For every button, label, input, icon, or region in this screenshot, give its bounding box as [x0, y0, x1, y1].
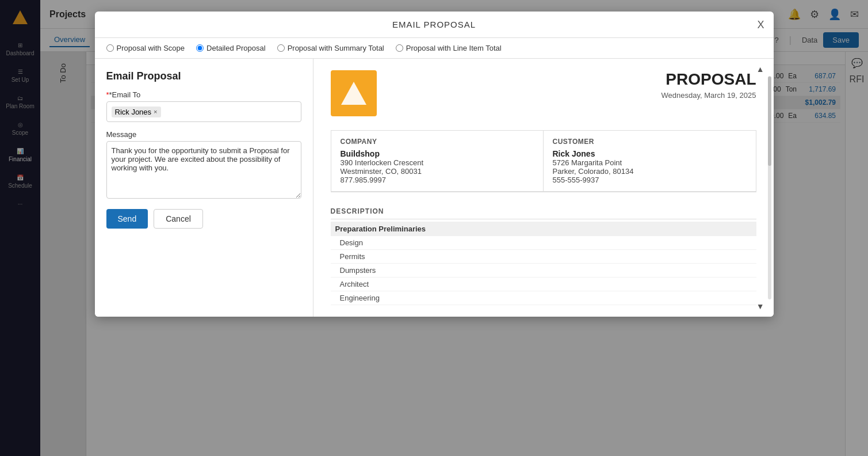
send-button[interactable]: Send [106, 209, 148, 229]
email-input[interactable]: Rick Jones × [106, 101, 301, 122]
company-label: COMPANY [341, 138, 534, 146]
form-title: Email Proposal [106, 70, 301, 82]
company-logo [331, 70, 377, 116]
modal-radio-bar: Proposal with Scope Detailed Proposal Pr… [95, 38, 774, 59]
customer-addr2: Parker, Colorado, 80134 [553, 167, 747, 176]
proposal-header: PROPOSAL Wednesday, March 19, 2025 [331, 70, 756, 116]
radio-line-item-total[interactable]: Proposal with Line Item Total [396, 44, 502, 52]
radio-summary-total[interactable]: Proposal with Summary Total [277, 44, 384, 52]
email-proposal-form: Email Proposal **Email To Rick Jones × M… [95, 59, 313, 317]
radio-label: Proposal with Summary Total [288, 44, 384, 52]
email-tag-name: Rick Jones [115, 108, 152, 116]
message-textarea[interactable] [106, 141, 301, 199]
group-label: Preparation Preliminaries [331, 222, 756, 236]
email-to-label: **Email To [106, 90, 301, 99]
scroll-down-button[interactable]: ▼ [756, 302, 764, 311]
desc-item-dumpsters: Dumpsters [331, 264, 756, 278]
desc-item-design: Design [331, 236, 756, 250]
modal-title: EMAIL PROPOSAL [392, 20, 476, 29]
proposal-big-title: PROPOSAL [661, 70, 756, 89]
customer-addr1: 5726 Margarita Point [553, 158, 747, 167]
form-buttons: Send Cancel [106, 209, 301, 229]
scrollbar-thumb [768, 77, 771, 166]
proposal-info-grid: COMPANY Buildshop 390 Interlocken Cresce… [331, 130, 756, 192]
scroll-up-button[interactable]: ▲ [756, 64, 764, 74]
email-tag: Rick Jones × [112, 107, 161, 117]
message-label: Message [106, 130, 301, 139]
description-section: DESCRIPTION Preparation Preliminaries De… [331, 204, 756, 305]
customer-cell: CUSTOMER Rick Jones 5726 Margarita Point… [544, 131, 756, 192]
email-to-field-wrap: **Email To Rick Jones × [106, 90, 301, 122]
description-header: DESCRIPTION [331, 204, 756, 219]
desc-item-architect: Architect [331, 278, 756, 291]
radio-label: Proposal with Scope [117, 44, 185, 52]
customer-name: Rick Jones [553, 149, 747, 158]
modal-header: EMAIL PROPOSAL X [95, 12, 774, 38]
company-name: Buildshop [341, 149, 534, 158]
radio-label: Detailed Proposal [207, 44, 266, 52]
company-addr1: 390 Interlocken Crescent [341, 158, 534, 167]
svg-marker-1 [341, 82, 366, 105]
radio-detailed-proposal[interactable]: Detailed Proposal [196, 44, 266, 52]
company-cell: COMPANY Buildshop 390 Interlocken Cresce… [331, 131, 544, 192]
email-tag-remove[interactable]: × [154, 108, 157, 115]
desc-item-permits: Permits [331, 250, 756, 264]
scrollbar-track [768, 76, 771, 299]
customer-phone: 555-555-9937 [553, 176, 747, 184]
logo-svg [339, 79, 368, 108]
modal-overlay: EMAIL PROPOSAL X Proposal with Scope Det… [0, 0, 868, 456]
radio-proposal-scope[interactable]: Proposal with Scope [106, 44, 185, 52]
customer-label: CUSTOMER [553, 138, 747, 146]
message-field-wrap: Message [106, 130, 301, 201]
company-addr2: Westminster, CO, 80031 [341, 167, 534, 176]
proposal-preview: ▲ ▼ PROPOSAL Wednesday, March 19, 20 [313, 59, 774, 317]
close-button[interactable]: X [757, 18, 764, 31]
email-proposal-modal: EMAIL PROPOSAL X Proposal with Scope Det… [95, 12, 774, 317]
proposal-date: Wednesday, March 19, 2025 [661, 91, 756, 100]
proposal-title-block: PROPOSAL Wednesday, March 19, 2025 [661, 70, 756, 100]
cancel-button[interactable]: Cancel [154, 209, 203, 229]
desc-item-engineering: Engineering [331, 291, 756, 305]
company-phone: 877.985.9997 [341, 176, 534, 184]
radio-label: Proposal with Line Item Total [406, 44, 502, 52]
modal-body: Email Proposal **Email To Rick Jones × M… [95, 59, 774, 317]
